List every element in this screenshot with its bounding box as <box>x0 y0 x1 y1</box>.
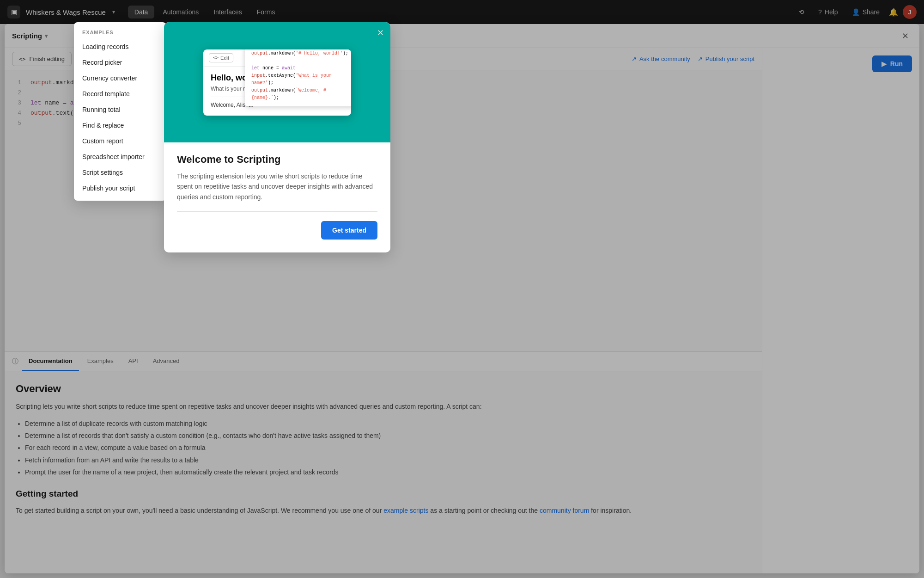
example-custom-report[interactable]: Custom report <box>74 133 166 149</box>
hero-edit-button: <> Edit <box>209 53 233 62</box>
welcome-footer: Get started <box>177 221 377 240</box>
example-spreadsheet-importer[interactable]: Spreadsheet importer <box>74 149 166 165</box>
modal-overlay: EXAMPLES Loading records Record picker C… <box>0 0 924 578</box>
welcome-hero: ✕ <> Edit ▶ Run Hello, world! What is yo <box>164 22 390 142</box>
examples-dropdown: EXAMPLES Loading records Record picker C… <box>74 22 166 201</box>
welcome-desc: The scripting extension lets you write s… <box>177 171 377 202</box>
example-loading-records[interactable]: Loading records <box>74 39 166 55</box>
example-currency-converter[interactable]: Currency converter <box>74 70 166 86</box>
welcome-title: Welcome to Scripting <box>177 154 377 166</box>
hero-code-snippet: output.markdown('# Hello, world!'); let … <box>245 49 351 106</box>
example-running-total[interactable]: Running total <box>74 102 166 117</box>
example-find-replace[interactable]: Find & replace <box>74 117 166 133</box>
welcome-body: Welcome to Scripting The scripting exten… <box>164 142 390 252</box>
welcome-card: ✕ <> Edit ▶ Run Hello, world! What is yo <box>164 22 390 252</box>
example-publish-your-script[interactable]: Publish your script <box>74 180 166 196</box>
example-record-template[interactable]: Record template <box>74 86 166 102</box>
hero-mock-ui: <> Edit ▶ Run Hello, world! What is your… <box>203 49 351 116</box>
example-script-settings[interactable]: Script settings <box>74 165 166 180</box>
examples-section-label: EXAMPLES <box>74 27 166 39</box>
example-record-picker[interactable]: Record picker <box>74 55 166 70</box>
welcome-divider <box>177 211 377 212</box>
welcome-close-button[interactable]: ✕ <box>377 28 384 38</box>
get-started-button[interactable]: Get started <box>321 221 377 240</box>
